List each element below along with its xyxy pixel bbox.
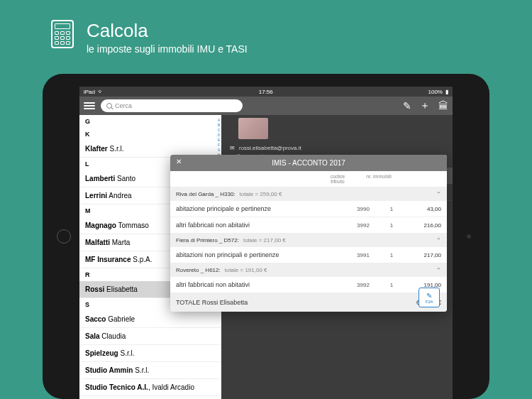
contact-photo — [238, 118, 268, 139]
battery-icon: ▮ — [445, 89, 448, 95]
group-name: Riva del Garda _ H330: — [176, 191, 235, 197]
search-input[interactable]: Cerca — [101, 99, 243, 112]
contact-row[interactable]: Sala Claudia — [79, 328, 221, 345]
tax-row: abitazione principale e pertinenze399014… — [170, 201, 447, 217]
battery-label: 100% — [428, 89, 443, 95]
row-desc: altri fabbricati non abitativi — [176, 281, 349, 288]
contact-row[interactable]: Studio Tecnico A.I., Ivaldi Arcadio — [79, 379, 221, 396]
add-icon[interactable]: ＋ — [420, 99, 430, 112]
row-amount: 216,00 — [406, 222, 441, 229]
total-label: TOTALE Rossi Elisabetta — [176, 299, 248, 306]
tax-row: altri fabbricati non abitativi39921191,0… — [170, 277, 447, 293]
modal-header: ✕ IMIS - ACCONTO 2017 — [170, 155, 447, 171]
row-amount: 217,00 — [406, 252, 441, 258]
row-code: 3990 — [349, 206, 377, 212]
index-letter[interactable]: A — [217, 118, 221, 123]
row-desc: abitazioni non principali e pertinenze — [176, 251, 349, 258]
camera-dot — [467, 234, 471, 239]
col-code: codice tributo — [323, 174, 352, 184]
f24-label: F24 — [426, 300, 433, 304]
index-letter[interactable]: D — [217, 133, 221, 138]
group-header[interactable]: Riva del Garda _ H330:totale = 259,00 €⌃ — [170, 187, 447, 201]
search-icon — [106, 103, 112, 109]
calculator-icon — [51, 20, 74, 48]
index-letter[interactable]: G — [217, 148, 221, 153]
row-count: 1 — [377, 206, 406, 212]
clock: 17:56 — [259, 89, 273, 95]
row-count: 1 — [377, 252, 406, 258]
row-desc: abitazione principale e pertinenze — [176, 205, 349, 212]
chevron-up-icon[interactable]: ⌃ — [436, 191, 441, 197]
col-count: nr. immobili — [365, 174, 393, 184]
row-code: 3991 — [349, 252, 377, 258]
toolbar: Cerca ✎ ＋ 🏛 — [79, 97, 453, 115]
section-letter: K — [79, 128, 221, 141]
row-code: 3992 — [349, 222, 377, 229]
close-icon[interactable]: ✕ — [176, 158, 182, 165]
group-name: Rovereto _ H612: — [176, 267, 221, 273]
bank-icon[interactable]: 🏛 — [438, 100, 448, 111]
mail-icon: ✉ — [230, 145, 235, 151]
group-header[interactable]: Rovereto _ H612:totale = 191,00 €⌃ — [170, 263, 447, 277]
index-letter[interactable]: B — [217, 123, 221, 128]
row-amount: 43,00 — [406, 206, 441, 212]
index-letter[interactable]: E — [217, 138, 221, 143]
group-total: totale = 191,00 € — [225, 267, 267, 273]
row-desc: altri fabbricati non abitativi — [176, 222, 349, 229]
email-value[interactable]: rossi.elisabetta@prova.it — [239, 145, 301, 151]
modal-columns: codice tributo nr. immobili — [170, 171, 447, 187]
tax-row: abitazioni non principali e pertinenze39… — [170, 247, 447, 263]
row-code: 3992 — [349, 282, 377, 288]
chevron-up-icon[interactable]: ⌃ — [436, 267, 441, 273]
group-total: totale = 259,00 € — [240, 191, 282, 197]
contact-row[interactable]: Spielzeug S.r.l. — [79, 345, 221, 362]
tax-modal: ✕ IMIS - ACCONTO 2017 codice tributo nr.… — [170, 155, 447, 312]
f24-button[interactable]: ✎ F24 — [419, 288, 440, 307]
index-letter[interactable]: F — [217, 143, 221, 148]
contact-row[interactable]: Studio Ammin S.r.l. — [79, 362, 221, 379]
pencil-icon: ✎ — [426, 292, 432, 300]
contact-row[interactable]: Sacco Gabriele — [79, 311, 221, 328]
home-button[interactable] — [57, 229, 71, 244]
group-total: totale = 217,00 € — [243, 237, 286, 244]
wifi-icon: ᯤ — [98, 89, 104, 95]
ipad-frame: iPadᯤ 17:56 100%▮ Cerca ✎ ＋ 🏛 ABCDEFGHIJ… — [43, 74, 489, 399]
tax-row: altri fabbricati non abitativi39921216,0… — [170, 217, 447, 234]
chevron-up-icon[interactable]: ⌃ — [436, 237, 441, 244]
status-bar: iPadᯤ 17:56 100%▮ — [79, 87, 453, 97]
modal-total-row: TOTALE Rossi Elisabetta 667,00 € — [170, 293, 447, 312]
carrier-label: iPad — [84, 89, 95, 95]
edit-icon[interactable]: ✎ — [403, 100, 411, 111]
section-letter: G — [79, 115, 221, 128]
group-name: Fiera di Primiero _ D572: — [176, 237, 239, 244]
menu-button[interactable] — [84, 102, 95, 109]
promo-subtitle: le imposte sugli immobili IMU e TASI — [87, 43, 248, 55]
row-count: 1 — [377, 222, 406, 229]
group-header[interactable]: Fiera di Primiero _ D572:totale = 217,00… — [170, 234, 447, 247]
row-count: 1 — [377, 282, 406, 288]
modal-title: IMIS - ACCONTO 2017 — [272, 159, 345, 167]
search-placeholder: Cerca — [115, 102, 132, 109]
promo-title: Calcola — [87, 20, 248, 42]
index-letter[interactable]: C — [217, 128, 221, 133]
